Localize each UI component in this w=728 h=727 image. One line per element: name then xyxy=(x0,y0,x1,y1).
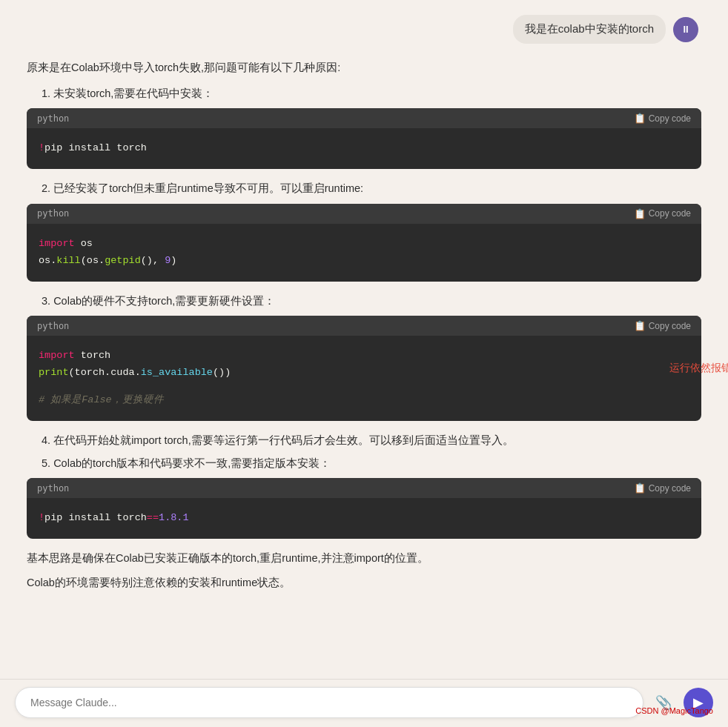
code-content-2: import os os.kill(os.getpid(), 9) xyxy=(27,224,701,282)
avatar: II xyxy=(673,17,698,42)
code-lang-4: python xyxy=(37,483,69,494)
code-block-3: python 📋 Copy code import torch print(to… xyxy=(27,316,701,421)
message-input[interactable] xyxy=(15,687,643,718)
copy-code-2-button[interactable]: 📋 Copy code xyxy=(634,208,691,219)
copy-code-3-button[interactable]: 📋 Copy code xyxy=(634,320,691,331)
user-message-row: 我是在colab中安装的torch II xyxy=(0,0,728,56)
copy-code-4-button[interactable]: 📋 Copy code xyxy=(634,482,691,494)
summary-1: 基本思路是确保在Colab已安装正确版本的torch,重启runtime,并注意… xyxy=(27,549,701,568)
code-block-3-header: python 📋 Copy code xyxy=(27,316,701,336)
item-5: 5. Colab的torch版本和代码要求不一致,需要指定版本安装： xyxy=(42,454,701,473)
code-lang-1: python xyxy=(37,113,69,124)
chat-container: 我是在colab中安装的torch II 原来是在Colab环境中导入torch… xyxy=(0,0,728,727)
response-intro: 原来是在Colab环境中导入torch失败,那问题可能有以下几种原因: xyxy=(27,59,701,77)
code-block-4: python 📋 Copy code !pip install torch==1… xyxy=(27,478,701,539)
copy-icon-3: 📋 xyxy=(634,320,646,331)
code-block-2: python 📋 Copy code import os os.kill(os.… xyxy=(27,204,701,282)
code-lang-2: python xyxy=(37,208,69,219)
item-2: 2. 已经安装了torch但未重启runtime导致不可用。可以重启runtim… xyxy=(42,179,701,198)
copy-icon-2: 📋 xyxy=(634,208,646,219)
code-block-3-container: python 📋 Copy code import torch print(to… xyxy=(27,316,701,421)
item-1: 1. 未安装torch,需要在代码中安装： xyxy=(42,84,701,103)
code-lang-3: python xyxy=(37,321,69,331)
code-block-4-header: python 📋 Copy code xyxy=(27,478,701,498)
code-comment: # 如果是False，更换硬件 xyxy=(39,392,689,409)
copy-icon-4: 📋 xyxy=(634,482,646,494)
code-block-2-header: python 📋 Copy code xyxy=(27,204,701,224)
watermark: CSDN @MagicTango xyxy=(635,706,713,715)
code-content-4: !pip install torch==1.8.1 xyxy=(27,498,701,539)
item-4: 4. 在代码开始处就import torch,需要等运行第一行代码后才会生效。可… xyxy=(42,431,701,450)
summary-2: Colab的环境需要特别注意依赖的安装和runtime状态。 xyxy=(27,574,701,592)
copy-icon-1: 📋 xyxy=(634,113,646,124)
code-block-1: python 📋 Copy code !pip install torch xyxy=(27,108,701,169)
code-content-3: import torch print(torch.cuda.is_availab… xyxy=(27,336,701,421)
user-message-text: 我是在colab中安装的torch xyxy=(525,22,654,35)
assistant-response: 原来是在Colab环境中导入torch失败,那问题可能有以下几种原因: 1. 未… xyxy=(0,56,728,697)
code-content-1: !pip install torch xyxy=(27,128,701,169)
input-bar: 📎 ▶ xyxy=(0,679,728,727)
copy-code-1-button[interactable]: 📋 Copy code xyxy=(634,113,691,124)
user-bubble: 我是在colab中安装的torch xyxy=(513,15,666,44)
item-3: 3. Colab的硬件不支持torch,需要更新硬件设置： xyxy=(42,292,701,311)
code-block-1-header: python 📋 Copy code xyxy=(27,108,701,128)
